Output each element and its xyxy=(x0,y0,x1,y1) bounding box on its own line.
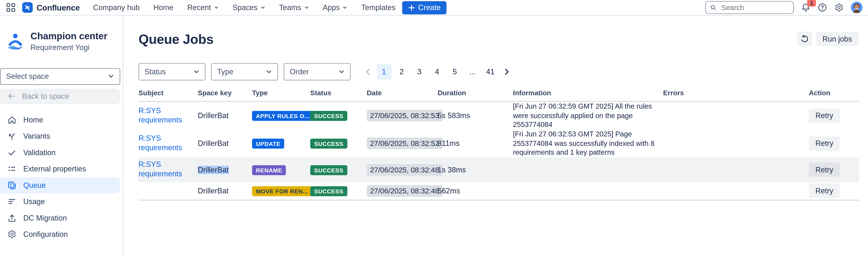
space-key-cell: DrillerBat xyxy=(198,139,252,147)
help-icon xyxy=(818,3,827,12)
header-date: Date xyxy=(367,89,438,97)
order-filter-select[interactable]: Order xyxy=(284,63,351,81)
sidebar-item-home[interactable]: Home xyxy=(0,112,120,128)
sidebar-item-dc-migration[interactable]: DC Migration xyxy=(0,210,120,226)
search-input[interactable] xyxy=(720,3,789,12)
subject-cell: R:SYS requirements xyxy=(138,161,198,179)
type-badge: APPLY RULES O... xyxy=(252,111,313,121)
status-cell: SUCCESS xyxy=(310,185,367,196)
subject-link[interactable]: R:SYS requirements xyxy=(138,161,192,179)
pagination-page-5[interactable]: 5 xyxy=(447,64,462,80)
status-badge: SUCCESS xyxy=(310,165,347,175)
sidebar-item-label: Queue xyxy=(23,181,45,190)
status-badge: SUCCESS xyxy=(310,139,347,149)
back-to-space-label: Back to space xyxy=(22,92,69,100)
nav-apps[interactable]: Apps xyxy=(323,3,348,11)
header-type: Type xyxy=(252,89,310,97)
subject-cell: R:SYS requirements xyxy=(138,107,198,125)
action-cell: Retry xyxy=(809,163,859,177)
chevron-down-icon xyxy=(260,5,265,10)
run-jobs-button[interactable]: Run jobs xyxy=(816,32,859,46)
chevron-down-icon xyxy=(266,69,272,75)
table-row: R:SYS requirements DrillerBat RENAME SUC… xyxy=(138,157,859,182)
status-badge: SUCCESS xyxy=(310,111,347,121)
subject-link[interactable]: R:SYS requirements xyxy=(138,134,192,153)
header-duration: Duration xyxy=(438,89,513,97)
pagination-page-3[interactable]: 3 xyxy=(412,64,427,80)
nav-templates[interactable]: Templates xyxy=(362,3,396,11)
sidebar-item-validation[interactable]: Validation xyxy=(0,144,120,161)
confluence-brand[interactable]: Confluence xyxy=(22,2,80,13)
help-button[interactable] xyxy=(818,3,827,12)
pagination: 1 2 3 4 5 ... 41 xyxy=(361,64,514,80)
space-select-dropdown[interactable]: Select space xyxy=(0,68,120,85)
status-filter-select[interactable]: Status xyxy=(138,63,206,81)
type-badge: RENAME xyxy=(252,165,286,175)
sidebar-item-queue[interactable]: Queue xyxy=(0,177,120,193)
date-chip: 27/06/2025, 08:32:52 xyxy=(367,138,442,149)
sidebar-item-label: Validation xyxy=(23,148,56,157)
refresh-icon xyxy=(800,34,809,43)
duration-cell: 5s 583ms xyxy=(438,112,513,120)
information-cell: [Fri Jun 27 06:32:59 GMT 2025] All the r… xyxy=(513,102,663,130)
search-icon xyxy=(710,4,716,11)
user-avatar[interactable] xyxy=(851,2,863,13)
chevron-down-icon xyxy=(193,69,199,75)
space-key-cell: DrillerBat xyxy=(198,112,252,120)
header-action: Action xyxy=(809,89,859,97)
nav-teams[interactable]: Teams xyxy=(279,3,309,11)
type-filter-select[interactable]: Type xyxy=(211,63,278,81)
notifications-button[interactable]: 1 xyxy=(801,3,810,12)
search-box[interactable] xyxy=(705,1,794,14)
app-subtitle: Requirement Yogi xyxy=(30,43,107,51)
duration-cell: 811ms xyxy=(438,139,513,147)
pagination-next-button[interactable] xyxy=(500,64,512,80)
chevron-left-icon xyxy=(365,68,371,75)
main-content: Queue Jobs Run jobs Status Type xyxy=(124,16,868,258)
date-cell: 27/06/2025, 08:32:52 xyxy=(367,138,438,149)
app-sidebar: Champion center Requirement Yogi Select … xyxy=(0,16,124,258)
product-name: Confluence xyxy=(37,3,80,12)
subject-link[interactable]: R:SYS requirements xyxy=(138,107,192,125)
refresh-button[interactable] xyxy=(797,32,812,46)
retry-button[interactable]: Retry xyxy=(809,184,840,198)
sidebar-item-usage[interactable]: Usage xyxy=(0,194,120,210)
top-navigation-bar: Confluence Company hub Home Recent Space… xyxy=(0,0,868,16)
retry-button[interactable]: Retry xyxy=(809,136,840,151)
back-to-space-button[interactable]: Back to space xyxy=(0,88,120,104)
nav-spaces[interactable]: Spaces xyxy=(232,3,265,11)
duration-cell: 562ms xyxy=(438,187,513,195)
action-cell: Retry xyxy=(809,109,859,123)
pagination-prev-button[interactable] xyxy=(362,64,374,80)
chevron-down-icon xyxy=(214,5,219,10)
type-cell: MOVE FOR REN... xyxy=(252,185,310,196)
date-chip: 27/06/2025, 08:32:48 xyxy=(367,185,442,197)
header-information: Information xyxy=(513,89,663,97)
pagination-page-41[interactable]: 41 xyxy=(483,64,498,80)
nav-company-hub[interactable]: Company hub xyxy=(93,3,140,11)
status-cell: SUCCESS xyxy=(310,165,367,175)
settings-button[interactable] xyxy=(834,3,844,12)
retry-button[interactable]: Retry xyxy=(809,109,840,123)
action-cell: Retry xyxy=(809,184,859,198)
table-row: DrillerBat MOVE FOR REN... SUCCESS 27/06… xyxy=(138,182,859,201)
selected-text: DrillerBat xyxy=(198,166,228,174)
retry-button[interactable]: Retry xyxy=(809,163,840,177)
status-badge: SUCCESS xyxy=(310,186,347,196)
header-subject: Subject xyxy=(138,89,198,97)
sidebar-item-configuration[interactable]: Configuration xyxy=(0,226,120,242)
date-chip: 27/06/2025, 08:32:48 xyxy=(367,164,442,176)
nav-recent[interactable]: Recent xyxy=(187,3,219,11)
pagination-page-1[interactable]: 1 xyxy=(376,64,392,80)
create-button[interactable]: Create xyxy=(402,1,447,14)
status-cell: SUCCESS xyxy=(310,111,367,121)
nav-home[interactable]: Home xyxy=(153,3,173,11)
sidebar-item-variants[interactable]: Variants xyxy=(0,128,120,144)
plus-icon xyxy=(408,4,415,11)
pagination-page-2[interactable]: 2 xyxy=(394,64,409,80)
app-switcher-icon[interactable] xyxy=(4,1,17,13)
pagination-page-4[interactable]: 4 xyxy=(430,64,445,80)
sidebar-item-external-properties[interactable]: External properties xyxy=(0,161,120,177)
primary-nav: Company hub Home Recent Spaces Teams App… xyxy=(93,3,396,11)
header-errors: Errors xyxy=(663,89,809,97)
